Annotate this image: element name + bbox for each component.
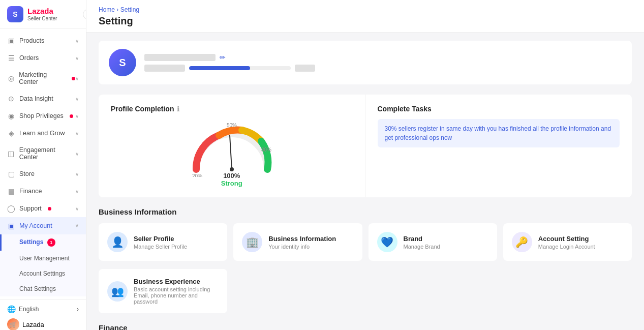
business-experience-cards: 👥 Business Experience Basic account sett… <box>99 269 632 313</box>
edit-icon[interactable]: ✏ <box>220 53 226 62</box>
sidebar-item-learn-grow[interactable]: ◈ Learn and Grow ∨ <box>0 125 86 142</box>
account-setting-icon: 🔑 <box>515 236 528 248</box>
business-info-cards: 👤 Seller Profile Manage Seller Profile 🏢… <box>99 223 632 261</box>
profile-name-row: ✏ <box>144 53 622 62</box>
learn-icon: ◈ <box>7 129 15 137</box>
sidebar-item-orders[interactable]: ☰ Orders ∨ <box>0 49 86 67</box>
chevron-down-icon: ∨ <box>75 151 79 157</box>
svg-point-1 <box>230 167 234 171</box>
collapse-sidebar-button[interactable]: ‹ <box>83 9 86 19</box>
business-information-title: Business Information <box>268 235 336 243</box>
seller-profile-icon: 👤 <box>111 236 124 248</box>
sidebar-item-label: Marketing Center <box>19 71 66 85</box>
business-experience-title: Business Experience <box>134 278 219 285</box>
sidebar-item-chat-settings[interactable]: Chat Settings <box>0 281 86 296</box>
sidebar-item-label: Store <box>19 170 35 177</box>
sidebar: S Lazada Seller Center ‹ ▣ Products ∨ ☰ … <box>0 0 86 330</box>
profile-name-bar2 <box>144 65 185 72</box>
sidebar-item-my-account[interactable]: ▣ My Account ∧ <box>0 217 86 234</box>
sidebar-nav: ▣ Products ∨ ☰ Orders ∨ ◎ Marketing Cent… <box>0 29 86 299</box>
finance-section: Finance 🏦 Bank Account Manage Bank 2 <box>99 323 632 330</box>
account-settings-label: Account Settings <box>19 270 65 277</box>
business-experience-sub: Basic account setting including Email, p… <box>134 286 219 305</box>
user-management-label: User Management <box>19 255 70 262</box>
business-information-text: Business Information Your identity info <box>268 235 336 250</box>
sidebar-item-label: Shop Privileges <box>19 112 64 119</box>
sidebar-item-support[interactable]: ◯ Support ∨ <box>0 200 86 217</box>
account-setting-card[interactable]: 🔑 Account Setting Manage Login Account <box>503 223 632 261</box>
footer-logo: 🛒 Lazada <box>7 318 79 330</box>
sidebar-item-engagement[interactable]: ◫ Engagement Center ∨ <box>0 142 86 165</box>
business-experience-card[interactable]: 👥 Business Experience Basic account sett… <box>99 269 227 313</box>
brand-icon: 💙 <box>381 236 393 248</box>
language-label: English <box>19 306 39 313</box>
sidebar-item-store[interactable]: ▢ Store ∨ <box>0 165 86 183</box>
brand-sub: Seller Center <box>27 16 57 22</box>
profile-name-bar3 <box>295 65 315 72</box>
footer-logo-icon: 🛒 <box>7 318 19 330</box>
chevron-down-icon: ∨ <box>75 55 79 61</box>
account-setting-text: Account Setting Manage Login Account <box>538 235 595 250</box>
completion-label: Profile Completion <box>111 105 174 113</box>
gauge-container: 20% 50% 80% 100% Strong <box>111 121 353 187</box>
info-icon: ℹ <box>177 105 179 113</box>
main-content: Home › Setting Setting S ✏ <box>86 0 644 330</box>
tasks-note: 30% sellers register in same day with yo… <box>378 119 620 147</box>
chevron-down-icon: ∨ <box>75 206 79 212</box>
business-information-sub: Your identity info <box>268 244 336 250</box>
seller-profile-card[interactable]: 👤 Seller Profile Manage Seller Profile <box>99 223 227 261</box>
content-area: S ✏ Profile Completion <box>86 33 644 330</box>
seller-profile-sub: Manage Seller Profile <box>134 244 187 250</box>
profile-info: ✏ <box>144 53 622 72</box>
support-icon: ◯ <box>7 204 15 213</box>
profile-card: S ✏ <box>99 41 632 84</box>
business-experience-icon: 👥 <box>111 285 124 297</box>
finance-title: Finance <box>99 323 632 330</box>
logo-area: S Lazada Seller Center ‹ <box>0 0 86 29</box>
svg-text:80%: 80% <box>261 147 271 153</box>
data-icon: ⊙ <box>7 95 15 103</box>
sidebar-item-shop-privileges[interactable]: ◉ Shop Privileges ∨ <box>0 107 86 125</box>
store-icon: ▢ <box>7 170 15 178</box>
sidebar-item-finance[interactable]: ▤ Finance ∨ <box>0 183 86 200</box>
svg-line-0 <box>230 135 232 169</box>
seller-profile-icon-wrap: 👤 <box>107 232 128 252</box>
svg-text:50%: 50% <box>227 123 237 128</box>
logo-icon: S <box>7 6 23 22</box>
sidebar-item-user-management[interactable]: User Management <box>0 251 86 266</box>
sidebar-item-label: Products <box>19 37 44 44</box>
settings-badge: 1 <box>47 238 55 247</box>
business-info-title: Business Information <box>99 207 632 216</box>
marketing-icon: ◎ <box>7 74 15 82</box>
sidebar-footer: 🌐 English › 🛒 Lazada <box>0 299 86 330</box>
brand-title: Brand <box>404 235 440 243</box>
chevron-up-icon: ∧ <box>75 223 79 229</box>
svg-text:20%: 20% <box>192 173 202 177</box>
sidebar-item-settings[interactable]: Settings 1 <box>0 234 86 251</box>
sidebar-item-account-settings[interactable]: Account Settings <box>0 266 86 281</box>
gauge-svg: 20% 50% 80% <box>186 121 278 177</box>
gauge-label: Strong <box>221 179 242 187</box>
profile-name-bar1 <box>144 54 216 61</box>
sidebar-item-marketing[interactable]: ◎ Marketing Center ∨ <box>0 67 86 90</box>
complete-tasks: Complete Tasks 30% sellers register in s… <box>365 95 632 197</box>
chevron-down-icon: ∨ <box>75 113 79 119</box>
sidebar-item-label: Learn and Grow <box>19 130 65 137</box>
sidebar-item-label: Data Insight <box>19 95 53 102</box>
business-information-card[interactable]: 🏢 Business Information Your identity inf… <box>233 223 362 261</box>
brand-card[interactable]: 💙 Brand Manage Brand <box>369 223 497 261</box>
chevron-right-icon: › <box>77 306 79 313</box>
completion-section: Profile Completion ℹ <box>99 95 632 197</box>
footer-logo-label: Lazada <box>22 321 44 328</box>
breadcrumb-separator: › <box>116 6 120 13</box>
sidebar-item-products[interactable]: ▣ Products ∨ <box>0 32 86 49</box>
gauge-percentage: 100% <box>223 172 240 179</box>
notification-dot <box>72 77 75 80</box>
sidebar-item-data-insight[interactable]: ⊙ Data Insight ∨ <box>0 90 86 107</box>
account-setting-sub: Manage Login Account <box>538 244 595 250</box>
progress-bar-inner <box>189 66 250 70</box>
profile-progress-row <box>144 65 622 72</box>
language-selector[interactable]: 🌐 English › <box>7 305 79 313</box>
sidebar-item-label: Finance <box>19 188 42 195</box>
breadcrumb-home[interactable]: Home <box>99 6 115 13</box>
